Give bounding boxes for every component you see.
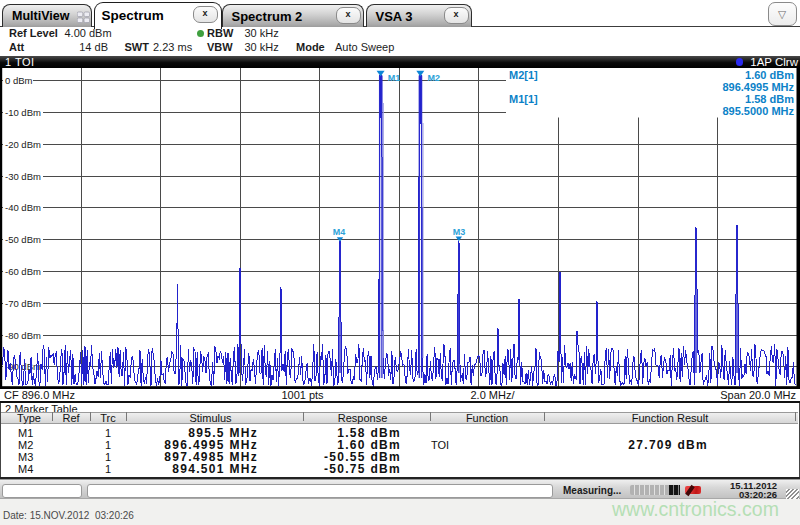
svg-text:-20 dBm: -20 dBm	[5, 139, 41, 150]
svg-text:-80 dBm: -80 dBm	[5, 330, 41, 341]
svg-text:-60 dBm: -60 dBm	[5, 266, 41, 277]
svg-text:-10 dBm: -10 dBm	[5, 107, 41, 118]
svg-text:1.60 dBm: 1.60 dBm	[745, 69, 794, 81]
svg-text:0 dBm: 0 dBm	[5, 75, 33, 86]
svg-text:-40 dBm: -40 dBm	[5, 202, 41, 213]
svg-text:M1: M1	[388, 73, 401, 83]
svg-text:M4: M4	[333, 227, 346, 237]
svg-text:-30 dBm: -30 dBm	[5, 171, 41, 182]
svg-text:-50 dBm: -50 dBm	[5, 234, 41, 245]
svg-text:M2: M2	[428, 73, 441, 83]
svg-text:M1[1]: M1[1]	[509, 93, 538, 105]
svg-text:1.58 dBm: 1.58 dBm	[745, 93, 794, 105]
svg-text:895.5000 MHz: 895.5000 MHz	[722, 105, 794, 117]
svg-text:-70 dBm: -70 dBm	[5, 298, 41, 309]
svg-text:896.4995 MHz: 896.4995 MHz	[722, 81, 794, 93]
svg-text:M3: M3	[453, 227, 466, 237]
svg-text:M2[1]: M2[1]	[509, 69, 538, 81]
